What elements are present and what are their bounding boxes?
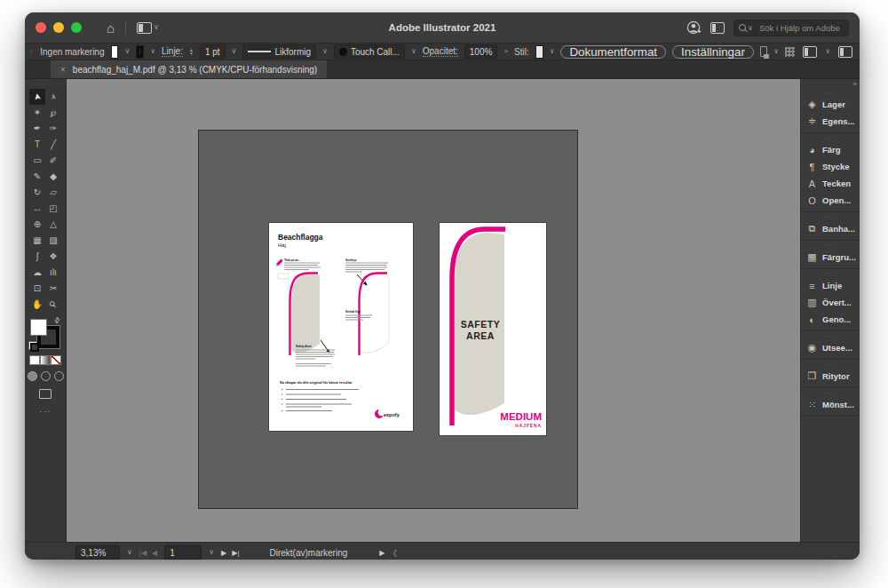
blend-tool[interactable]: ❖ xyxy=(45,249,61,265)
pencil-tool[interactable]: ✎ xyxy=(29,169,45,185)
close-window-button[interactable] xyxy=(36,22,46,33)
brush-field[interactable]: Touch Call... xyxy=(334,44,405,59)
panels-icon[interactable] xyxy=(710,22,725,34)
scale-tool[interactable]: ▱ xyxy=(45,185,61,201)
panel-tab-monster[interactable]: ⁙ Mönst... xyxy=(801,396,860,413)
minimize-window-button[interactable] xyxy=(53,22,64,33)
perspective-grid-tool[interactable]: △ xyxy=(45,217,61,233)
stroke-style-chevron-icon[interactable]: ∨ xyxy=(322,48,328,55)
stroke-chevron-icon[interactable]: ∨ xyxy=(150,48,155,55)
opacity-arrow-icon[interactable]: > xyxy=(503,48,508,55)
slice-tool[interactable]: ✂ xyxy=(45,281,61,297)
last-artboard-button[interactable]: ▶| xyxy=(232,549,239,557)
panel-tab-overtoning[interactable]: ▥ Övert... xyxy=(801,294,860,311)
hand-tool[interactable]: ✋ xyxy=(29,297,45,313)
lasso-tool[interactable]: ℘ xyxy=(45,105,61,121)
width-tool[interactable]: ↔ xyxy=(29,201,45,217)
panel-group-handle[interactable]: ····· xyxy=(801,242,860,249)
panel-group-handle[interactable]: ····· xyxy=(801,134,860,141)
toolbar-grip[interactable]: ····· xyxy=(39,81,52,88)
free-transform-tool[interactable]: ◰ xyxy=(45,201,61,217)
panel-tab-ritytor[interactable]: ❐ Ritytor xyxy=(801,368,860,385)
shape-builder-tool[interactable]: ⊕ xyxy=(29,217,45,233)
style-swatch[interactable] xyxy=(535,45,543,59)
collapse-dock-icon[interactable]: » xyxy=(853,80,857,88)
magic-wand-tool[interactable]: ✶ xyxy=(29,105,45,121)
preferences-button[interactable]: Inställningar xyxy=(672,45,754,59)
panel-tab-tecken[interactable]: A Tecken xyxy=(801,175,860,192)
next-artboard-button[interactable]: ▶ xyxy=(221,549,226,557)
curvature-tool[interactable]: ✑ xyxy=(45,121,61,137)
dock-panels-icon[interactable] xyxy=(838,46,852,58)
mesh-tool[interactable]: ▦ xyxy=(29,233,45,249)
panel-tab-genomskinlighet[interactable]: ◐ Geno... xyxy=(801,311,860,328)
zoom-chevron-icon[interactable]: ∨ xyxy=(127,549,132,556)
status-back-icon[interactable]: ❮ xyxy=(392,549,398,557)
eyedropper-tool[interactable]: ʃ xyxy=(29,249,45,265)
arrange-documents-icon[interactable] xyxy=(137,22,152,34)
stroke-weight-label[interactable]: Linje: xyxy=(162,46,183,57)
artboard-instructions[interactable]: Beachflagga Haj Tänk på att... Snittlinj… xyxy=(269,223,413,431)
panel-tab-lager[interactable]: ◈ Lager xyxy=(801,96,860,113)
panel-tab-stycke[interactable]: ¶ Stycke xyxy=(801,158,860,175)
chevron-down-icon[interactable]: ∨ xyxy=(154,24,159,31)
screen-mode-button[interactable] xyxy=(39,389,52,399)
line-segment-tool[interactable]: ╱ xyxy=(45,137,61,153)
workspace-chevron-icon[interactable]: ∨ xyxy=(825,48,830,55)
stroke-color-swatch[interactable] xyxy=(136,45,144,59)
account-icon[interactable] xyxy=(686,20,702,36)
panel-group-handle[interactable]: ····· xyxy=(801,389,860,396)
status-popup-icon[interactable]: ▶ xyxy=(379,549,385,557)
rotate-tool[interactable]: ↻ xyxy=(29,185,45,201)
workspace-switcher-icon[interactable] xyxy=(803,46,817,58)
search-input[interactable] xyxy=(757,20,846,36)
panel-tab-linje[interactable]: ≡ Linje xyxy=(801,277,860,294)
isolate-selection-icon[interactable] xyxy=(760,46,767,57)
previous-artboard-button[interactable]: ◀ xyxy=(152,549,157,557)
opacity-field[interactable]: 100% xyxy=(464,44,498,59)
fill-stroke-control[interactable]: ⇄ xyxy=(31,318,59,348)
zoom-window-button[interactable] xyxy=(71,22,82,33)
style-chevron-icon[interactable]: ∨ xyxy=(550,48,555,55)
symbol-sprayer-tool[interactable]: ☁ xyxy=(29,265,45,281)
isolate-chevron-icon[interactable]: ∨ xyxy=(773,48,779,55)
paintbrush-tool[interactable]: ✐ xyxy=(45,153,61,169)
stroke-weight-stepper[interactable]: ▲▼ xyxy=(189,48,194,55)
fill-chevron-icon[interactable]: ∨ xyxy=(124,48,130,55)
swap-fill-stroke-icon[interactable]: ⇄ xyxy=(52,315,62,325)
help-search[interactable]: ∨ xyxy=(733,20,849,36)
fill-color-swatch[interactable] xyxy=(111,45,119,59)
home-icon[interactable]: ⌂ xyxy=(107,21,115,35)
rectangle-tool[interactable]: ▭ xyxy=(29,153,45,169)
gradient-button[interactable] xyxy=(41,356,50,364)
panel-group-handle[interactable]: ····· xyxy=(801,213,860,220)
panel-tab-opentype[interactable]: O Open... xyxy=(801,192,860,209)
artboard-tool[interactable]: ⊡ xyxy=(29,281,45,297)
artboard-chevron-icon[interactable]: ∨ xyxy=(209,549,214,556)
draw-normal-mode[interactable] xyxy=(28,371,37,381)
panel-tab-utseende[interactable]: ◉ Utsee... xyxy=(801,339,860,356)
panel-tab-egenskaper[interactable]: ≑ Egens... xyxy=(801,113,860,130)
app-grid-icon[interactable] xyxy=(785,47,795,57)
color-button[interactable] xyxy=(30,356,39,364)
pen-tool[interactable]: ✒ xyxy=(29,121,45,137)
none-button[interactable] xyxy=(52,356,60,364)
fill-indicator[interactable] xyxy=(31,320,46,335)
stroke-style-field[interactable]: Likformig xyxy=(242,44,316,59)
edit-toolbar-button[interactable]: ··· xyxy=(39,406,52,417)
panel-group-handle[interactable]: ····· xyxy=(801,89,860,96)
document-setup-button[interactable]: Dokumentformat xyxy=(560,45,666,59)
zoom-tool[interactable]: ⚲ xyxy=(45,297,61,313)
zoom-level-field[interactable]: 3,13% xyxy=(75,545,120,560)
gradient-tool[interactable]: ▨ xyxy=(45,233,61,249)
stroke-weight-field[interactable]: 1 pt xyxy=(200,44,226,59)
panel-group-handle[interactable]: ····· xyxy=(801,361,860,368)
stroke-weight-chevron-icon[interactable]: ∨ xyxy=(232,48,237,55)
artboard-field[interactable]: 1 xyxy=(164,545,202,560)
draw-behind-mode[interactable] xyxy=(41,371,51,381)
first-artboard-button[interactable]: |◀ xyxy=(139,549,147,557)
direct-selection-tool[interactable]: ➢ xyxy=(45,89,61,105)
default-fill-stroke-icon[interactable] xyxy=(29,342,36,349)
selection-tool[interactable]: ➤ xyxy=(29,89,45,105)
panel-tab-farg[interactable]: ◕ Färg xyxy=(801,141,860,158)
